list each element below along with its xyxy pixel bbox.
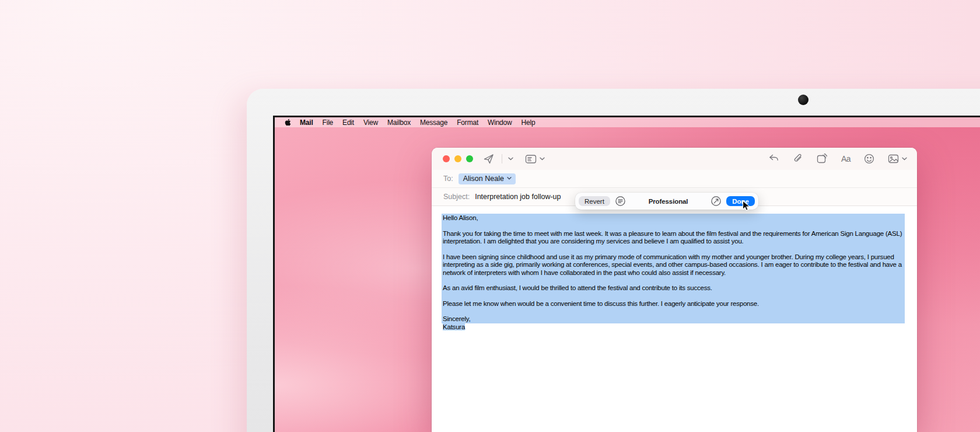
menu-item-help[interactable]: Help: [522, 119, 536, 127]
subject-label: Subject:: [443, 193, 470, 201]
facetime-camera: [798, 95, 808, 105]
tone-label: Professional: [631, 198, 706, 205]
menu-item-file[interactable]: File: [323, 119, 334, 127]
menu-item-view[interactable]: View: [363, 119, 378, 127]
recipient-token[interactable]: Alison Neale: [459, 173, 516, 184]
menu-bar: Mail File Edit View Mailbox Message Form…: [275, 117, 980, 127]
menu-item-edit[interactable]: Edit: [342, 119, 354, 127]
body-paragraph: As an avid film enthusiast, I would be t…: [442, 284, 905, 292]
to-label: To:: [443, 175, 453, 183]
toolbar-divider: [502, 154, 502, 163]
body-paragraph: I have been signing since childhood and …: [442, 253, 905, 277]
format-text-button[interactable]: Aa: [841, 154, 850, 163]
photo-browser-chevron-icon[interactable]: [902, 157, 907, 161]
subject-value: Interpretation job follow-up: [475, 193, 561, 201]
body-paragraph: Thank you for taking the time to meet wi…: [442, 230, 905, 246]
to-row: To: Alison Neale: [432, 170, 917, 188]
zoom-button[interactable]: [466, 155, 473, 162]
body-paragraph: Hello Alison,: [442, 214, 905, 222]
writing-tools-summary-icon[interactable]: [615, 196, 626, 207]
traffic-lights: [443, 155, 473, 162]
writing-tools-bar: Revert Professional Done: [575, 193, 758, 210]
mail-compose-window: Aa To: Alison Neale Subject: Interpretat…: [432, 148, 917, 432]
message-header-fields-icon[interactable]: [525, 154, 537, 164]
body-paragraph: Please let me know when would be a conve…: [442, 300, 905, 308]
send-icon[interactable]: [483, 153, 495, 165]
signature-line: Katsura: [442, 323, 905, 332]
minimize-button[interactable]: [454, 155, 461, 162]
menu-item-mailbox[interactable]: Mailbox: [387, 119, 411, 127]
attach-file-icon[interactable]: [793, 153, 803, 164]
send-options-chevron-icon[interactable]: [508, 157, 513, 161]
menu-item-message[interactable]: Message: [420, 119, 447, 127]
revert-button[interactable]: Revert: [579, 196, 610, 206]
recipient-chevron-icon[interactable]: [507, 177, 512, 180]
message-body[interactable]: Hello Alison, Thank you for taking the t…: [432, 206, 917, 331]
menu-item-window[interactable]: Window: [488, 119, 512, 127]
signature-name: Katsura: [443, 323, 465, 330]
undo-icon[interactable]: [768, 154, 779, 163]
window-titlebar: Aa: [432, 148, 917, 170]
apple-logo-icon[interactable]: [285, 119, 291, 126]
header-fields-chevron-icon[interactable]: [540, 157, 545, 161]
mouse-cursor: [742, 200, 751, 212]
photo-browser-icon[interactable]: [888, 154, 899, 163]
emoji-icon[interactable]: [864, 154, 874, 164]
menu-item-mail[interactable]: Mail: [300, 119, 313, 127]
recipient-name: Alison Neale: [463, 175, 504, 183]
close-button[interactable]: [443, 155, 450, 162]
body-paragraph: Sincerely,: [442, 315, 905, 323]
regenerate-icon[interactable]: [710, 196, 722, 207]
selected-text-block: Hello Alison, Thank you for taking the t…: [442, 214, 905, 323]
menu-item-format[interactable]: Format: [457, 119, 478, 127]
markup-icon[interactable]: [817, 154, 828, 164]
